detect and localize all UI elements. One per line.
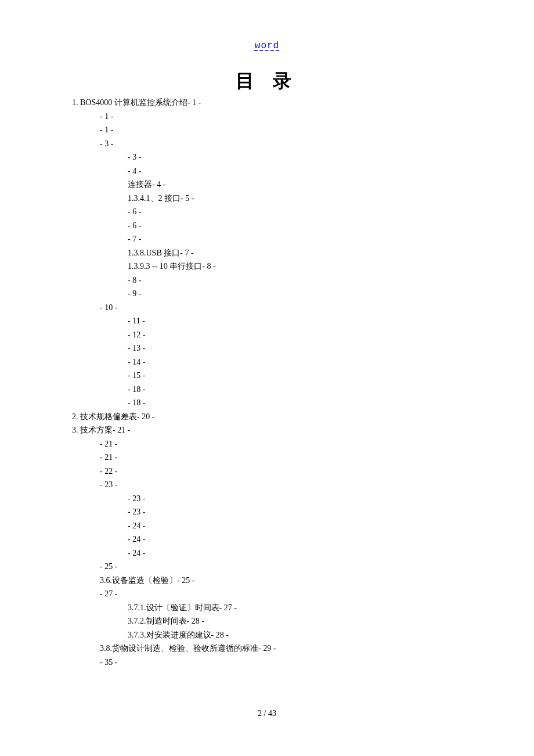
toc-entry[interactable]: - 18 - <box>128 396 467 410</box>
page-footer: 2 / 43 <box>0 709 534 718</box>
toc-entry[interactable]: - 23 - <box>128 492 467 506</box>
toc-entry[interactable]: - 4 - <box>128 164 467 178</box>
toc-entry[interactable]: - 23 - <box>128 505 467 519</box>
toc-entry[interactable]: - 3 - <box>128 150 467 164</box>
page-title: 目 录 <box>0 69 534 94</box>
header-link[interactable]: word <box>0 41 534 51</box>
toc-entry[interactable]: - 8 - <box>128 273 467 287</box>
toc-entry[interactable]: - 11 - <box>128 314 467 328</box>
toc-entry[interactable]: - 3 - <box>100 137 467 151</box>
toc-entry[interactable]: - 22 - <box>100 465 467 478</box>
toc-entry[interactable]: 连接器- 4 - <box>128 178 467 192</box>
toc-entry[interactable]: - 10 - <box>100 301 467 315</box>
toc-entry[interactable]: 3.7.2.制造时间表- 28 - <box>128 614 467 628</box>
toc-entry[interactable]: 3.7.1.设计〔验证〕时间表- 27 - <box>128 601 467 615</box>
toc-entry[interactable]: - 35 - <box>100 656 467 669</box>
toc-entry[interactable]: - 27 - <box>100 587 467 601</box>
toc-entry[interactable]: 1.3.9.3 -- 10 串行接口- 8 - <box>128 260 467 273</box>
toc-entry[interactable]: - 13 - <box>128 341 467 355</box>
toc-entry[interactable]: - 1 - <box>100 110 467 124</box>
toc-entry[interactable]: 1.3.4.1、2 接口- 5 - <box>128 192 467 206</box>
toc-entry[interactable]: - 15 - <box>128 369 467 383</box>
toc-entry[interactable]: - 12 - <box>128 328 467 342</box>
toc-entry[interactable]: - 1 - <box>100 123 467 137</box>
toc-entry[interactable]: - 6 - <box>128 205 467 219</box>
toc-entry[interactable]: 3.7.3.对安装进度的建议- 28 - <box>128 628 467 642</box>
toc-entry[interactable]: - 6 - <box>128 219 467 233</box>
toc-entry[interactable]: - 14 - <box>128 355 467 369</box>
toc-entry[interactable]: 2. 技术规格偏差表- 20 - <box>72 410 467 424</box>
toc-entry[interactable]: - 7 - <box>128 232 467 246</box>
toc-entry[interactable]: - 21 - <box>100 451 467 465</box>
toc-container: 1. BOS4000 计算机监控系统介绍- 1 -- 1 -- 1 -- 3 -… <box>72 96 467 669</box>
toc-entry[interactable]: - 24 - <box>128 532 467 546</box>
toc-entry[interactable]: 3.6.设备监造〔检验〕- 25 - <box>100 574 467 588</box>
toc-entry[interactable]: 1. BOS4000 计算机监控系统介绍- 1 - <box>72 96 467 110</box>
toc-entry[interactable]: - 24 - <box>128 546 467 560</box>
toc-entry[interactable]: - 9 - <box>128 287 467 301</box>
toc-entry[interactable]: - 21 - <box>100 437 467 451</box>
toc-entry[interactable]: 3. 技术方案- 21 - <box>72 423 467 437</box>
toc-entry[interactable]: - 25 - <box>100 560 467 574</box>
toc-entry[interactable]: - 18 - <box>128 383 467 397</box>
toc-entry[interactable]: - 24 - <box>128 519 467 533</box>
toc-entry[interactable]: 3.8.货物设计制造、检验、验收所遵循的标准- 29 - <box>100 642 467 656</box>
toc-entry[interactable]: - 23 - <box>100 478 467 492</box>
toc-entry[interactable]: 1.3.8.USB 接口- 7 - <box>128 246 467 260</box>
